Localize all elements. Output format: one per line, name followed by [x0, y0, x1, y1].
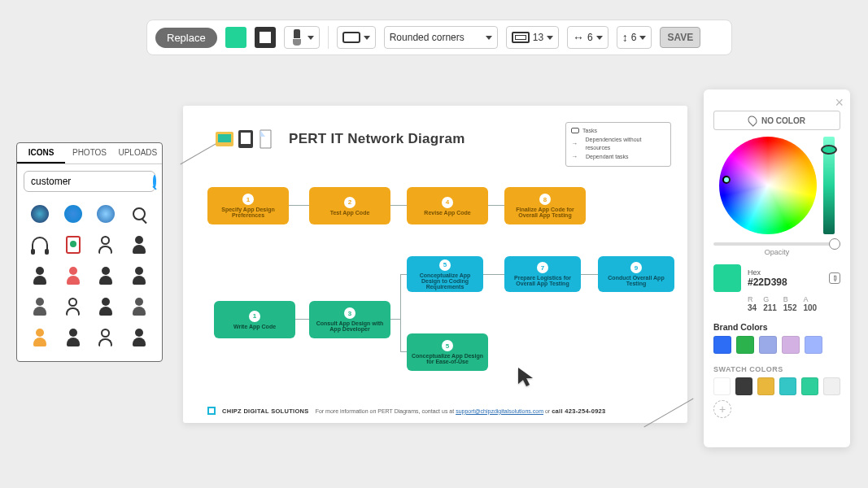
droplet-icon: [746, 114, 759, 127]
shape-dropdown[interactable]: [337, 26, 376, 49]
icon-result[interactable]: [25, 325, 55, 350]
node-number: 9: [630, 262, 642, 273]
swatch-color[interactable]: [823, 377, 840, 395]
opacity-thumb[interactable]: [829, 238, 840, 250]
icon-result[interactable]: [91, 325, 121, 350]
fill-color-swatch[interactable]: [225, 27, 246, 48]
task-node[interactable]: 4Revise App Code: [407, 187, 488, 224]
rgba-g[interactable]: 211: [763, 303, 777, 312]
current-color-swatch: [713, 264, 741, 292]
icon-result[interactable]: [59, 264, 89, 288]
edge: [483, 274, 504, 275]
rgba-r[interactable]: 34: [748, 303, 757, 312]
vertical-spacing-dropdown[interactable]: 6: [617, 26, 652, 49]
tab-uploads[interactable]: UPLOADS: [114, 143, 162, 163]
icon-result[interactable]: [91, 264, 121, 288]
corner-style-dropdown[interactable]: Rounded corners: [384, 26, 498, 49]
border-color-swatch[interactable]: [255, 27, 276, 48]
add-swatch-button[interactable]: +: [713, 400, 731, 418]
eyedropper-button[interactable]: [829, 272, 840, 284]
icon-result[interactable]: [124, 294, 155, 319]
task-node[interactable]: 8Finalize App Code for Overall App Testi…: [504, 187, 586, 224]
hue-slider[interactable]: [823, 137, 835, 234]
swatch-color[interactable]: [757, 377, 774, 395]
icon-result[interactable]: [124, 202, 155, 226]
icon-result[interactable]: [91, 202, 121, 226]
hex-value[interactable]: #22D398: [748, 277, 787, 288]
swatch-color[interactable]: [735, 377, 752, 395]
person-icon: [65, 329, 81, 346]
brand-color-swatch[interactable]: [713, 336, 731, 354]
female-support-icon: [32, 298, 48, 316]
hue-slider-thumb[interactable]: [821, 145, 837, 155]
task-node[interactable]: 3Consult App Design with App Developer: [309, 301, 390, 338]
icons-panel: ICONS PHOTOS UPLOADS: [16, 142, 163, 362]
icon-result[interactable]: [91, 233, 121, 257]
horizontal-spacing-dropdown[interactable]: 6: [567, 26, 608, 49]
icon-result[interactable]: [91, 294, 121, 319]
icon-result[interactable]: [25, 233, 55, 257]
swatch-color[interactable]: [801, 377, 818, 395]
opacity-label: Opacity: [713, 248, 840, 256]
legend-task-icon: [571, 128, 579, 133]
brand-color-swatch[interactable]: [759, 336, 777, 354]
tab-photos[interactable]: PHOTOS: [65, 143, 113, 163]
footer-text: For more information on PERT Diagrams, c…: [316, 408, 455, 414]
diagram-title: PERT IT Network Diagram: [289, 131, 465, 147]
icon-result[interactable]: [124, 233, 155, 257]
task-node[interactable]: 5Conceptualize App Design to Coding Requ…: [407, 256, 483, 292]
swatch-color[interactable]: [713, 377, 731, 395]
corner-style-label: Rounded corners: [390, 32, 468, 43]
rgba-b[interactable]: 152: [783, 303, 797, 312]
task-node[interactable]: 7Prepare Logistics for Overall App Testi…: [504, 256, 581, 292]
icon-result[interactable]: [124, 325, 155, 350]
icon-result[interactable]: [25, 264, 55, 288]
border-thickness-dropdown[interactable]: 13: [506, 26, 559, 49]
color-wheel[interactable]: [719, 137, 817, 234]
node-label: Write App Code: [233, 324, 276, 329]
task-node[interactable]: 1Specify App Design Preferences: [207, 187, 289, 224]
node-label: Conduct Overall App Testing: [601, 275, 671, 286]
brand-color-swatch[interactable]: [782, 336, 800, 354]
icon-result[interactable]: [59, 233, 89, 257]
icon-search[interactable]: [24, 171, 155, 192]
person-icon: [131, 267, 147, 285]
task-node[interactable]: 1Write App Code: [214, 301, 295, 338]
footer-logo-icon: [207, 407, 216, 415]
node-number: 5: [439, 259, 451, 271]
icon-result[interactable]: [25, 294, 55, 319]
task-node[interactable]: 5Conceptualize App Design for Ease-of-Us…: [407, 333, 488, 371]
no-color-button[interactable]: NO COLOR: [713, 111, 840, 130]
opacity-slider[interactable]: [713, 242, 840, 246]
task-node[interactable]: 2Test App Code: [309, 187, 390, 224]
search-input[interactable]: [31, 176, 153, 187]
replace-button[interactable]: Replace: [155, 28, 217, 48]
swatch-color[interactable]: [779, 377, 796, 395]
icon-result[interactable]: [25, 202, 55, 226]
double-border-icon: [512, 32, 530, 43]
tab-icons[interactable]: ICONS: [17, 143, 65, 163]
task-node[interactable]: 9Conduct Overall App Testing: [598, 256, 674, 292]
icon-result[interactable]: [59, 294, 89, 319]
brand-color-swatch[interactable]: [736, 336, 754, 354]
icon-result[interactable]: [59, 202, 89, 226]
color-wheel-picker[interactable]: [722, 176, 731, 184]
chevron-down-icon: [596, 36, 603, 40]
chevron-down-icon: [639, 36, 646, 40]
edge: [400, 351, 407, 352]
brush-icon: [290, 29, 304, 46]
person-orange-icon: [32, 329, 48, 346]
brush-dropdown[interactable]: [284, 26, 320, 49]
icon-result[interactable]: [124, 264, 155, 288]
chevron-down-icon: [486, 36, 492, 40]
icon-result[interactable]: [59, 325, 89, 350]
close-icon[interactable]: ×: [835, 94, 844, 111]
save-button[interactable]: SAVE: [660, 27, 700, 48]
rgba-a[interactable]: 100: [804, 303, 818, 312]
brand-color-swatch[interactable]: [805, 336, 822, 354]
legend-arrow-icon: →: [571, 152, 582, 161]
border-thickness-value: 13: [533, 32, 543, 43]
diagram-canvas[interactable]: PERT IT Network Diagram Tasks →Dependenc…: [183, 106, 687, 423]
person-icon: [32, 267, 48, 285]
edge: [400, 274, 401, 352]
